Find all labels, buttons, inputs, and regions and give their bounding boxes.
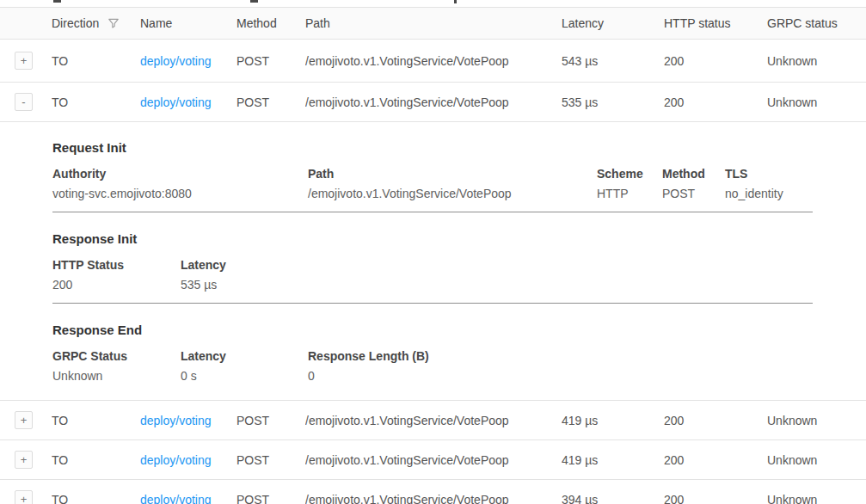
http-status-cell: 200 — [664, 493, 767, 504]
direction-cell: TO — [52, 95, 140, 109]
expand-cell: + — [0, 490, 52, 504]
expand-row-button[interactable]: + — [15, 451, 33, 469]
column-header-direction: Direction — [52, 16, 140, 30]
request-init-title: Request Init — [52, 140, 866, 155]
response-init-title: Response Init — [52, 231, 866, 246]
latency-cell: 419 µs — [562, 414, 664, 427]
cropped-text-remnant — [250, 0, 258, 3]
response-length-field: Response Length (B) 0 — [308, 349, 438, 383]
scheme-value: HTTP — [597, 187, 654, 200]
cropped-text-remnant — [454, 0, 457, 3]
expand-cell: + — [0, 411, 52, 429]
tls-field: TLS no_identity — [725, 167, 792, 200]
grpc-status-cell: Unknown — [767, 453, 866, 467]
authority-field: Authority voting-svc.emojivoto:8080 — [52, 167, 308, 200]
path-field: Path /emojivoto.v1.VotingService/VotePoo… — [308, 167, 597, 200]
tls-label: TLS — [725, 167, 783, 181]
http-status-cell: 200 — [664, 95, 767, 109]
latency-value: 535 µs — [181, 278, 226, 292]
cropped-text-remnant — [53, 0, 61, 3]
path-label: Path — [308, 167, 588, 181]
method-cell: POST — [236, 493, 305, 504]
authority-value: voting-svc.emojivoto:8080 — [52, 187, 299, 200]
latency-field: Latency 0 s — [181, 349, 308, 383]
http-status-cell: 200 — [664, 453, 767, 467]
latency-cell: 394 µs — [562, 493, 664, 504]
grpc-status-cell: Unknown — [767, 414, 866, 427]
table-row: + TO deploy/voting POST /emojivoto.v1.Vo… — [0, 440, 866, 480]
method-cell: POST — [236, 414, 305, 427]
grpc-status-value: Unknown — [52, 369, 172, 383]
path-cell: /emojivoto.v1.VotingService/VotePoop — [305, 54, 562, 68]
method-field: Method POST — [662, 167, 725, 200]
path-cell: /emojivoto.v1.VotingService/VotePoop — [305, 95, 562, 109]
latency-value: 0 s — [181, 369, 299, 383]
direction-header-label: Direction — [52, 16, 99, 30]
row-detail-panel: Request Init Authority voting-svc.emojiv… — [0, 122, 866, 401]
path-cell: /emojivoto.v1.VotingService/VotePoop — [305, 414, 562, 427]
direction-cell: TO — [52, 453, 140, 467]
http-status-value: 200 — [52, 278, 172, 292]
latency-label: Latency — [181, 258, 226, 272]
method-cell: POST — [236, 453, 305, 467]
name-link[interactable]: deploy/voting — [140, 95, 212, 109]
response-length-value: 0 — [308, 369, 429, 383]
scheme-field: Scheme HTTP — [597, 167, 662, 200]
request-init-fields: Authority voting-svc.emojivoto:8080 Path… — [52, 167, 866, 200]
direction-cell: TO — [52, 414, 140, 427]
method-label: Method — [662, 167, 716, 181]
table-row: + TO deploy/voting POST /emojivoto.v1.Vo… — [0, 40, 866, 83]
method-cell: POST — [236, 54, 305, 68]
latency-label: Latency — [181, 349, 299, 363]
column-header-path: Path — [305, 16, 562, 30]
http-status-cell: 200 — [664, 54, 767, 68]
grpc-status-cell: Unknown — [767, 95, 866, 109]
name-link[interactable]: deploy/voting — [140, 54, 212, 68]
column-header-http-status: HTTP status — [664, 16, 767, 30]
grpc-status-cell: Unknown — [767, 493, 866, 504]
column-header-grpc-status: GRPC status — [767, 16, 866, 30]
direction-cell: TO — [52, 493, 140, 504]
expand-cell: + — [0, 451, 52, 469]
expand-row-button[interactable]: + — [15, 411, 33, 429]
table-row: + TO deploy/voting POST /emojivoto.v1.Vo… — [0, 480, 866, 504]
scheme-label: Scheme — [597, 167, 654, 181]
grpc-status-field: GRPC Status Unknown — [52, 349, 181, 383]
http-status-field: HTTP Status 200 — [52, 258, 181, 292]
tls-value: no_identity — [725, 187, 783, 200]
latency-cell: 543 µs — [562, 54, 664, 68]
grpc-status-cell: Unknown — [767, 54, 866, 68]
collapse-row-button[interactable]: - — [15, 93, 33, 111]
section-divider — [52, 303, 813, 304]
table-row-expanded: - TO deploy/voting POST /emojivoto.v1.Vo… — [0, 83, 866, 122]
latency-field: Latency 535 µs — [181, 258, 235, 292]
latency-cell: 419 µs — [562, 453, 664, 467]
direction-cell: TO — [52, 54, 140, 68]
authority-label: Authority — [52, 167, 299, 181]
name-link[interactable]: deploy/voting — [140, 453, 212, 467]
path-value: /emojivoto.v1.VotingService/VotePoop — [308, 187, 588, 200]
response-init-fields: HTTP Status 200 Latency 535 µs — [52, 258, 866, 292]
grpc-status-label: GRPC Status — [52, 349, 172, 363]
path-cell: /emojivoto.v1.VotingService/VotePoop — [305, 453, 562, 467]
method-cell: POST — [236, 95, 305, 109]
http-status-label: HTTP Status — [52, 258, 172, 272]
tap-table: Direction Name Method Path Latency HTTP … — [0, 7, 866, 504]
table-header-row: Direction Name Method Path Latency HTTP … — [0, 7, 866, 40]
name-link[interactable]: deploy/voting — [140, 414, 212, 427]
http-status-cell: 200 — [664, 414, 767, 427]
expand-cell: - — [0, 93, 52, 111]
table-row: + TO deploy/voting POST /emojivoto.v1.Vo… — [0, 401, 866, 440]
response-end-title: Response End — [52, 323, 866, 337]
filter-icon[interactable] — [107, 17, 120, 29]
expand-row-button[interactable]: + — [15, 52, 33, 70]
expand-cell: + — [0, 52, 52, 70]
path-cell: /emojivoto.v1.VotingService/VotePoop — [305, 493, 562, 504]
column-header-method: Method — [236, 16, 305, 30]
column-header-latency: Latency — [562, 16, 664, 30]
expand-row-button[interactable]: + — [15, 490, 33, 504]
column-header-name: Name — [140, 16, 236, 30]
section-divider — [52, 212, 813, 212]
latency-cell: 535 µs — [562, 95, 664, 109]
name-link[interactable]: deploy/voting — [140, 493, 212, 504]
